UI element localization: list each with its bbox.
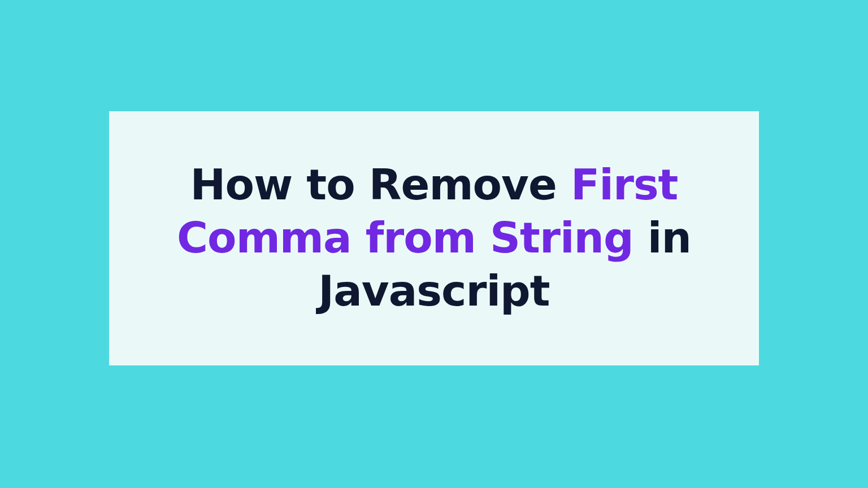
title-segment-1: How to Remove <box>190 160 571 210</box>
title-card: How to Remove First Comma from String in… <box>109 111 759 365</box>
page-title: How to Remove First Comma from String in… <box>154 159 714 317</box>
